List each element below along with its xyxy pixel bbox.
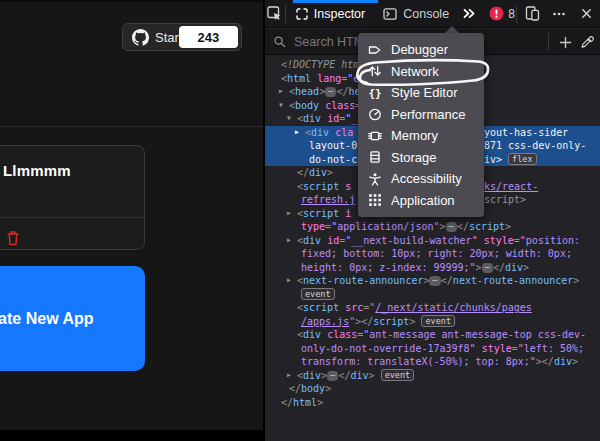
- performance-icon: [368, 107, 382, 121]
- code-token: "__next-build-watcher": [345, 235, 477, 246]
- close-icon: [580, 7, 593, 20]
- flex-badge[interactable]: flex: [508, 153, 536, 165]
- expand-arrow-icon[interactable]: ▼: [287, 112, 291, 126]
- toolbar-separator: [516, 5, 517, 23]
- markup-line[interactable]: ▶<next-route-announcer>⋯</next-route-ann…: [265, 274, 600, 288]
- code-token: >: [317, 397, 323, 408]
- code-token: >: [505, 221, 511, 232]
- markup-line[interactable]: /apps.js"></script> event: [265, 315, 600, 329]
- code-token: body: [295, 100, 319, 111]
- app-card[interactable]: [0, 145, 145, 250]
- menu-item-label: Storage: [391, 150, 437, 165]
- eyedropper-icon[interactable]: [581, 36, 594, 49]
- markup-line[interactable]: height: 0px; z-index: 99999;">⋯</div>: [265, 261, 600, 275]
- expand-arrow-icon[interactable]: ▶: [287, 274, 291, 288]
- expand-arrow-icon[interactable]: ▶: [287, 207, 291, 221]
- menu-item-label: Debugger: [391, 42, 448, 57]
- code-token: iv>: [484, 154, 508, 165]
- menu-item-memory[interactable]: Memory: [358, 125, 484, 147]
- code-token: style: [482, 343, 512, 354]
- app-card-title: Llmmmm: [3, 162, 71, 179]
- markup-line[interactable]: type="application/json">⋯</script>: [265, 220, 600, 234]
- app-card-divider: [0, 217, 145, 218]
- ellipsis-badge[interactable]: ⋯: [327, 371, 338, 381]
- tab-console[interactable]: Console: [374, 0, 458, 28]
- network-icon: [368, 64, 382, 78]
- devtools-menu-button[interactable]: [546, 0, 572, 28]
- ellipsis-badge[interactable]: ⋯: [446, 222, 457, 232]
- github-star-count[interactable]: 243: [179, 26, 238, 48]
- code-token: </: [281, 397, 293, 408]
- more-tools-button[interactable]: [458, 0, 479, 28]
- code-token: </: [493, 262, 505, 273]
- error-count-badge[interactable]: 8: [489, 6, 515, 21]
- code-token: </: [441, 275, 453, 286]
- code-token: id: [327, 235, 339, 246]
- pick-element-icon: [267, 6, 282, 21]
- markup-line[interactable]: transform: translateX(-50%); top: 8px;">…: [265, 355, 600, 369]
- markup-line[interactable]: ▶<div id="__next-build-watcher" style="p…: [265, 234, 600, 248]
- expand-arrow-icon[interactable]: ▶: [279, 85, 283, 99]
- ellipsis-badge[interactable]: ⋯: [482, 263, 493, 273]
- resource-link[interactable]: refresh.j: [301, 194, 355, 205]
- code-token: div: [303, 370, 321, 381]
- markup-line[interactable]: ▶<div>⋯</div> event: [265, 369, 600, 383]
- code-token: script: [469, 221, 505, 232]
- ellipsis-badge[interactable]: ⋯: [325, 87, 336, 97]
- menu-item-label: Application: [391, 193, 455, 208]
- expand-arrow-icon[interactable]: ▶: [295, 126, 299, 140]
- code-token: height: 0px; z-index: 99999;": [301, 262, 476, 273]
- menu-item-performance[interactable]: Performance: [358, 104, 484, 126]
- svg-text:{}: {}: [368, 87, 381, 100]
- code-token: yout-has-sider: [484, 127, 568, 138]
- menu-item-network[interactable]: Network: [358, 61, 484, 83]
- storage-icon: [368, 150, 382, 164]
- menu-item-storage[interactable]: Storage: [358, 147, 484, 169]
- close-devtools-button[interactable]: [572, 0, 600, 28]
- tab-inspector[interactable]: Inspector: [287, 0, 374, 28]
- expand-arrow-icon[interactable]: ▶: [287, 369, 291, 383]
- resource-link[interactable]: /apps.js: [301, 316, 349, 327]
- markup-line[interactable]: <script src="/_next/static/chunks/pages: [265, 301, 600, 315]
- chevron-double-icon: [462, 6, 476, 21]
- code-token: style: [484, 235, 514, 246]
- menu-item-accessibility[interactable]: Accessibility: [358, 168, 484, 190]
- markup-line[interactable]: fixed; bottom: 10px; right: 20px; width:…: [265, 247, 600, 261]
- code-token: "></: [349, 316, 373, 327]
- code-token: layout-0: [309, 140, 357, 151]
- menu-item-debugger[interactable]: Debugger: [358, 39, 484, 61]
- markup-line-fragment: ks/react-: [484, 180, 538, 194]
- github-star-widget[interactable]: Star 243: [122, 23, 242, 51]
- markup-line[interactable]: <div class="ant-message ant-message-top …: [265, 328, 600, 342]
- code-token: script>: [484, 194, 526, 205]
- active-tab-indicator: [293, 0, 378, 3]
- markup-line[interactable]: event: [265, 288, 600, 302]
- expand-arrow-icon[interactable]: ▼: [279, 99, 283, 113]
- style-editor-icon: {}: [368, 86, 382, 100]
- ellipsis-badge[interactable]: ⋯: [429, 276, 440, 286]
- code-token: 871 css-dev-only-: [484, 140, 586, 151]
- code-token: cla: [335, 127, 353, 138]
- code-token: div: [311, 127, 329, 138]
- expand-arrow-icon[interactable]: ▶: [287, 234, 291, 248]
- trash-icon[interactable]: [6, 230, 20, 247]
- menu-item-style-editor[interactable]: {}Style Editor: [358, 82, 484, 104]
- code-token: </: [338, 370, 350, 381]
- resource-link[interactable]: /_next/static/chunks/pages: [375, 302, 532, 313]
- event-badge: event: [381, 369, 415, 381]
- code-token: html: [287, 73, 311, 84]
- code-token: div: [303, 235, 321, 246]
- add-node-icon[interactable]: [559, 36, 572, 49]
- markup-line[interactable]: only-do-not-override-17a39f8" style="lef…: [265, 342, 600, 356]
- resource-link[interactable]: ks/react-: [484, 181, 538, 192]
- pick-element-button[interactable]: [265, 0, 284, 28]
- code-token: "left: 50%;: [518, 343, 584, 354]
- create-new-app-button[interactable]: Create New App: [0, 266, 145, 371]
- code-token: </: [457, 221, 469, 232]
- markup-line[interactable]: </html>: [265, 396, 600, 410]
- markup-line[interactable]: </body>: [265, 382, 600, 396]
- responsive-mode-button[interactable]: [518, 0, 546, 28]
- menu-item-application[interactable]: Application: [358, 190, 484, 212]
- code-token: div: [303, 113, 321, 124]
- menu-item-label: Style Editor: [391, 85, 457, 100]
